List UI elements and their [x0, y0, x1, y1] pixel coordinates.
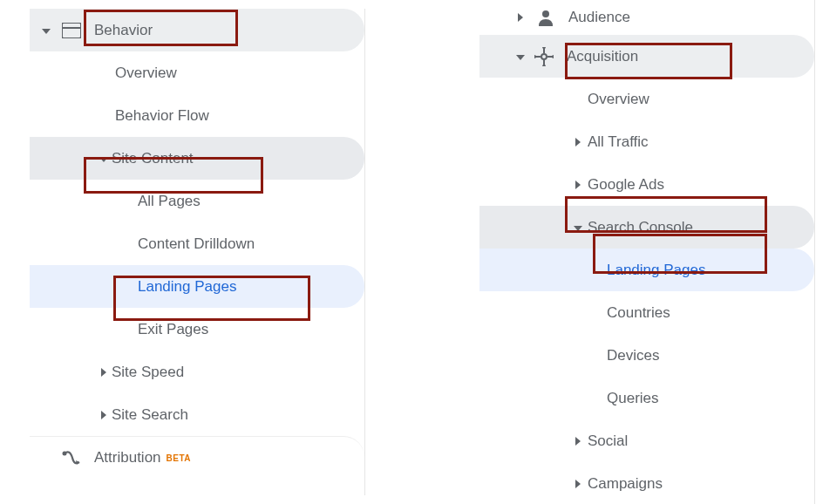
expand-arrow-icon: [574, 180, 582, 189]
collapse-arrow-icon: [516, 52, 525, 61]
expand-arrow-icon: [99, 368, 108, 377]
nav-all-traffic[interactable]: All Traffic: [479, 120, 814, 163]
nav-behavior-overview[interactable]: Overview: [30, 51, 364, 94]
audience-icon: [535, 7, 556, 28]
svg-point-12: [553, 56, 554, 58]
nav-site-speed[interactable]: Site Speed: [30, 351, 364, 393]
beta-badge: BETA: [167, 453, 191, 463]
expand-arrow-icon: [516, 13, 525, 22]
nav-site-content[interactable]: Site Content: [30, 137, 364, 180]
nav-sc-devices[interactable]: Devices: [479, 334, 814, 377]
svg-point-10: [543, 65, 545, 66]
expand-arrow-icon: [574, 138, 582, 146]
nav-google-ads[interactable]: Google Ads: [479, 163, 814, 206]
nav-sc-countries[interactable]: Countries: [479, 291, 814, 334]
svg-point-9: [543, 47, 545, 48]
nav-site-search[interactable]: Site Search: [30, 393, 364, 436]
nav-landing-pages[interactable]: Landing Pages: [30, 265, 364, 308]
collapse-arrow-icon: [42, 26, 51, 35]
collapse-arrow-icon: [99, 154, 108, 163]
nav-behavior-flow[interactable]: Behavior Flow: [30, 94, 364, 137]
nav-behavior[interactable]: Behavior: [30, 9, 364, 51]
nav-sc-queries[interactable]: Queries: [479, 377, 814, 419]
attribution-icon: [61, 447, 82, 468]
nav-content-drilldown[interactable]: Content Drilldown: [30, 222, 364, 265]
nav-all-pages[interactable]: All Pages: [30, 180, 364, 222]
svg-rect-0: [62, 23, 81, 38]
expand-arrow-icon: [574, 480, 582, 488]
expand-arrow-icon: [99, 411, 108, 419]
svg-point-11: [534, 56, 535, 58]
svg-point-4: [541, 54, 547, 59]
nav-social[interactable]: Social: [479, 419, 814, 462]
nav-search-console[interactable]: Search Console: [479, 206, 814, 249]
nav-campaigns[interactable]: Campaigns: [479, 462, 814, 504]
nav-panel-behavior: Behavior Overview Behavior Flow Site Con…: [30, 9, 365, 495]
nav-acq-overview[interactable]: Overview: [479, 78, 814, 120]
collapse-arrow-icon: [574, 223, 582, 232]
behavior-icon: [61, 20, 82, 41]
nav-exit-pages[interactable]: Exit Pages: [30, 308, 364, 351]
acquisition-icon: [534, 46, 554, 67]
nav-behavior-label: Behavior: [94, 22, 153, 39]
nav-panel-acquisition: Audience Acquisition Overview All Traffi…: [479, 0, 815, 504]
expand-arrow-icon: [574, 437, 582, 446]
nav-sc-landing-pages[interactable]: Landing Pages: [479, 249, 814, 291]
nav-audience[interactable]: Audience: [479, 0, 814, 35]
nav-acquisition[interactable]: Acquisition: [479, 35, 814, 78]
nav-attribution[interactable]: Attribution BETA: [30, 436, 364, 479]
svg-point-3: [542, 10, 549, 17]
